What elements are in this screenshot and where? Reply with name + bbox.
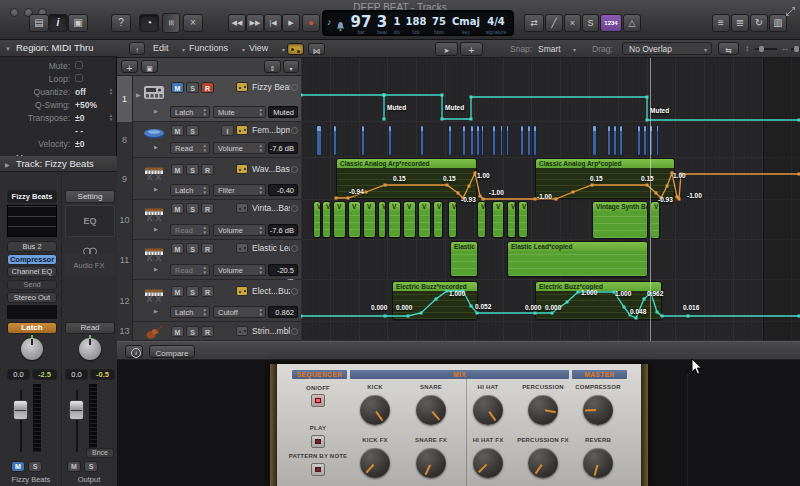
audio-region-slice[interactable] [448,125,452,156]
record-enable-button[interactable]: R [201,326,214,337]
audio-region-slice[interactable] [607,125,611,156]
automation-mode-select[interactable]: Read▴▾ [170,142,210,154]
track-name-box[interactable]: Fizzy Beats [7,190,57,203]
audio-region-slice[interactable] [462,125,466,156]
automation-mode-select[interactable]: Latch▴▾ [170,184,210,196]
record-button[interactable]: ● [302,14,320,32]
audio-region-slice[interactable] [637,125,641,156]
automation-param-select[interactable]: Mute▴▾ [213,106,266,118]
insert-slot-channel-eq[interactable]: Channel EQ [7,266,57,277]
automation-mode-read[interactable]: Read [65,322,115,334]
region-param-checkbox[interactable] [75,74,83,82]
knob-compressor[interactable] [583,395,613,425]
automation-mode-latch[interactable]: Latch [7,322,57,334]
eq-display-slot[interactable]: EQ [65,205,115,237]
mute-button[interactable]: M [171,243,184,254]
midi-region[interactable]: V [363,201,376,238]
audio-region-slice[interactable] [316,125,322,156]
audio-region-slice[interactable] [500,125,503,156]
insert-slot-compressor[interactable]: Compressor [7,254,57,265]
audio-region-slice[interactable] [481,125,484,156]
knob-hi-hat[interactable] [473,395,503,425]
record-enable-button[interactable]: R [201,243,214,254]
audio-region-slice[interactable] [492,125,496,156]
input-slot[interactable]: Bus 2 [7,241,57,252]
solo-button[interactable]: S [186,164,199,175]
volume-fader-track[interactable] [13,400,28,420]
knob-reverb[interactable] [583,448,613,478]
midi-region[interactable]: V [322,201,331,238]
record-enable-button[interactable]: R [201,82,214,93]
flex-toggle-button[interactable]: ⋈ [308,43,325,55]
play-button[interactable] [311,435,325,448]
audio-region-slice[interactable] [333,125,337,156]
region-inspector-header[interactable]: ▼Region: MIDI Thru [0,40,117,57]
midi-region[interactable]: V [492,201,504,238]
solo-button-strip[interactable]: S [28,461,42,472]
midi-region[interactable]: Elastic L [450,241,478,277]
audio-region-slice[interactable] [643,125,647,156]
midi-region[interactable]: V [388,201,401,238]
track-header-row[interactable]: 9MSRWav...Bass▶Latch▴▾Filter▴▾-0.40 [117,158,301,200]
autopunch-button[interactable]: ╱ [545,14,563,32]
automation-param-select[interactable]: Cutoff▴▾ [213,306,266,318]
midi-region[interactable]: V [518,201,528,238]
editors-button[interactable]: × [183,14,203,32]
midi-region[interactable]: V [507,201,516,238]
region-param-value[interactable]: ±0 [75,113,109,124]
knob-kick[interactable] [360,395,390,425]
automation-mode-select[interactable]: Read▴▾ [170,264,210,276]
audio-region-slice[interactable] [592,125,597,156]
midi-region[interactable]: V [333,201,346,238]
bounce-button[interactable]: Bnce [86,448,114,458]
fullscreen-icon[interactable] [785,3,796,14]
automation-param-select[interactable]: Filter▴▾ [213,184,266,196]
catch-playhead-button[interactable]: ⇆ [718,42,739,55]
menu-view[interactable]: View▾ [249,42,285,56]
midi-region[interactable]: V [313,201,321,238]
apple-loops-button[interactable]: ↻ [750,14,768,32]
arrange-area[interactable]: Classic Analog Arp*recordedClassic Analo… [301,58,800,341]
mute-button[interactable]: M [171,164,184,175]
solo-button[interactable]: S [186,243,199,254]
lane-disclosure-icon[interactable]: ▶ [154,108,162,116]
horizontal-zoom-slider[interactable] [791,48,800,50]
region-param-value[interactable]: - - [75,126,109,137]
automation-param-select[interactable]: Volume▴▾ [213,264,266,276]
lane-disclosure-icon[interactable]: ▶ [154,144,162,152]
solo-button[interactable]: S [186,286,199,297]
midi-region[interactable]: V [433,201,443,238]
automation-mode-select[interactable]: Read▴▾ [170,224,210,236]
audio-region-slice[interactable] [506,125,509,156]
region-param-value[interactable]: +50% [75,100,109,111]
knob-snare-fx[interactable] [416,448,446,478]
region-param-value[interactable]: ±0 [75,139,109,150]
duplicate-track-button[interactable]: ▣ [141,60,158,73]
mute-button-output[interactable]: M [67,461,81,472]
solo-button[interactable]: S [186,82,199,93]
automation-toggle-button[interactable] [287,43,304,55]
automation-mode-select[interactable]: Latch▴▾ [170,106,210,118]
hide-button[interactable]: ↑ [129,42,145,55]
send-empty-slot[interactable] [7,305,57,319]
library-button[interactable]: ▤ [29,14,49,32]
track-on-indicator[interactable] [291,205,298,212]
audio-region-slice[interactable] [470,125,474,156]
audio-region-slice[interactable] [527,125,531,156]
info-button[interactable]: i [125,345,143,358]
cycle-button[interactable]: ⇄ [524,14,544,32]
track-zoom-button[interactable]: ⇕ [264,60,281,73]
count-in-button[interactable]: 1234 [600,14,622,32]
knob-snare[interactable] [416,395,446,425]
midi-region[interactable]: V [448,201,457,238]
track-on-indicator[interactable] [291,245,298,252]
lane-disclosure-icon[interactable]: ▶ [154,266,162,274]
audio-region-slice[interactable] [420,125,424,156]
solo-button[interactable]: S [186,326,199,337]
audio-region-slice[interactable] [520,125,524,156]
lane-disclosure-icon[interactable]: ▶ [154,226,162,234]
automation-param-select[interactable]: Volume▴▾ [213,224,266,236]
rewind-button[interactable]: ◀◀ [228,14,246,32]
note-pads-button[interactable]: ≣ [731,14,749,32]
automation-param-select[interactable]: Volume▴▾ [213,142,266,154]
